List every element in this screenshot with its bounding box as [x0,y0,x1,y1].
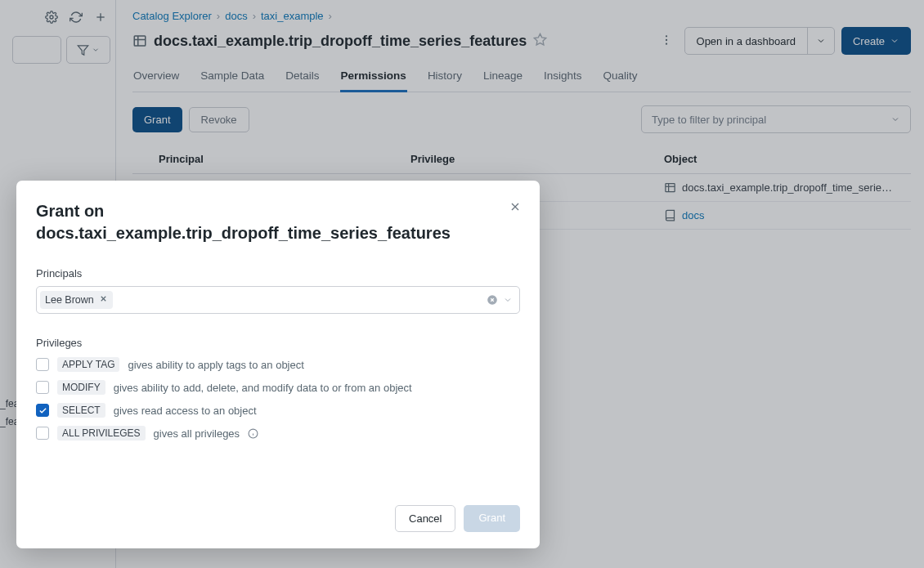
cancel-button[interactable]: Cancel [395,505,455,532]
privilege-row-select: SELECT gives read access to an object [36,403,520,418]
privileges-label: Privileges [36,337,520,349]
principals-label: Principals [36,267,520,280]
modal-title: Grant on docs.taxi_example.trip_dropoff_… [36,200,520,244]
checkbox-apply-tag[interactable] [36,358,49,371]
principals-input[interactable]: Lee Brown [36,286,520,314]
checkbox-all[interactable] [36,427,49,440]
info-icon[interactable] [248,428,258,439]
chip-remove-icon[interactable] [99,294,108,306]
checkbox-select[interactable] [36,404,49,417]
close-icon[interactable] [505,197,525,219]
principal-chip: Lee Brown [40,291,113,309]
grant-modal: Grant on docs.taxi_example.trip_dropoff_… [16,181,540,548]
privilege-row-modify: MODIFY gives ability to add, delete, and… [36,380,520,395]
clear-icon[interactable] [487,294,498,306]
chevron-down-icon[interactable] [503,295,513,305]
privilege-row-apply-tag: APPLY TAG gives ability to apply tags to… [36,357,520,372]
grant-submit-button[interactable]: Grant [464,505,520,532]
checkbox-modify[interactable] [36,381,49,394]
privilege-row-all: ALL PRIVILEGES gives all privileges [36,426,520,441]
